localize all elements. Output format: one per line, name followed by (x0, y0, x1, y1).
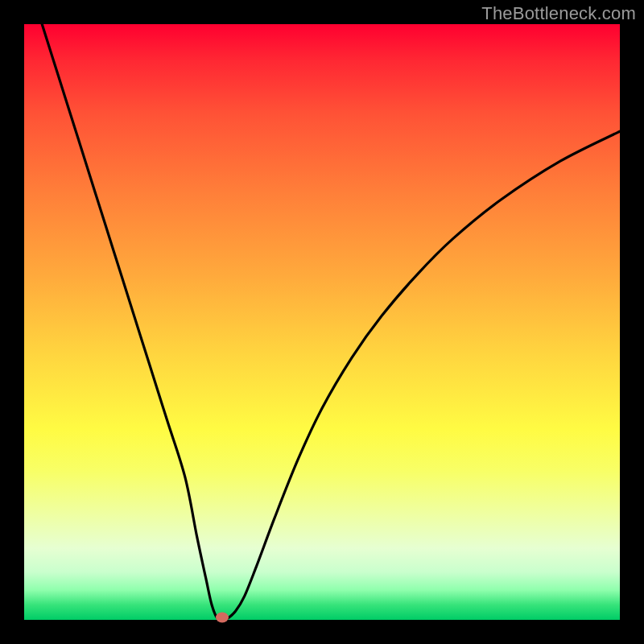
plot-area (24, 24, 620, 620)
bottleneck-curve (24, 24, 620, 620)
optimum-marker-icon (216, 613, 229, 623)
chart-frame: TheBottleneck.com (0, 0, 644, 644)
watermark-text: TheBottleneck.com (481, 3, 636, 24)
